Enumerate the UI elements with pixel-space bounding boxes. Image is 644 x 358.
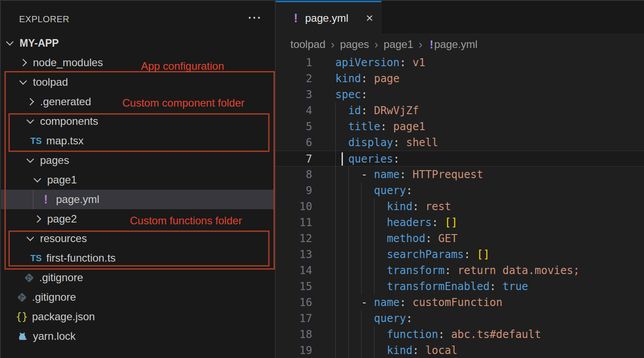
- tree-item-pages[interactable]: pages: [1, 151, 275, 170]
- code-text: function: abc.ts#default: [387, 326, 541, 342]
- warning-icon: !: [289, 12, 302, 25]
- code-text: query:: [374, 310, 413, 326]
- tree-item-map-tsx[interactable]: TSmap.tsx: [1, 131, 275, 151]
- tree-item-first-function-ts[interactable]: TSfirst-function.ts: [1, 248, 275, 268]
- indent-guide: [348, 326, 349, 342]
- tree-item-yarn-lock[interactable]: yarn.lock: [1, 326, 275, 346]
- tree-item-label: pages: [40, 154, 69, 167]
- code-line-15[interactable]: 15transformEnabled: true: [276, 278, 644, 294]
- code-line-4[interactable]: 4id: DRwVjZf: [276, 103, 644, 119]
- chevron-down-icon[interactable]: [34, 175, 41, 183]
- code-line-12[interactable]: 12method: GET: [276, 231, 644, 247]
- indent-guide: [335, 342, 336, 358]
- chevron-down-icon[interactable]: [27, 234, 34, 241]
- code-line-16[interactable]: 16- name: customFunction: [276, 294, 644, 310]
- indent-guide: [335, 183, 336, 199]
- breadcrumb-separator-icon: ›: [374, 38, 378, 52]
- indent-guide: [348, 167, 349, 183]
- code-text: - name: HTTPrequest: [361, 167, 483, 183]
- tree-item-label: .gitignore: [39, 271, 83, 284]
- tree-item-label: node_modules: [33, 56, 103, 69]
- tab-page-yml[interactable]: ! page.yml ×: [276, 1, 382, 34]
- code-line-14[interactable]: 14transform: return data.movies;: [276, 263, 644, 278]
- line-number: 4: [276, 103, 312, 119]
- chevron-right-icon[interactable]: [20, 59, 27, 67]
- tree-item-node-modules[interactable]: node_modules: [1, 53, 275, 72]
- indent-guide: [335, 263, 336, 278]
- breadcrumb-item-pages[interactable]: pages: [340, 38, 369, 51]
- tree-item-label: resources: [40, 232, 87, 245]
- tree-item-label: .gitignore: [32, 291, 76, 303]
- code-line-19[interactable]: 19kind: local: [276, 342, 644, 358]
- code-area[interactable]: 1apiVersion: v12kind: page3spec:4id: DRw…: [276, 55, 644, 358]
- indent-guide: [361, 326, 362, 342]
- tree-item-page1[interactable]: page1: [1, 170, 275, 190]
- indent-guide: [335, 247, 336, 263]
- code-line-3[interactable]: 3spec:: [276, 87, 644, 103]
- git-icon: [15, 291, 28, 303]
- code-line-7[interactable]: 7queries:: [276, 151, 644, 167]
- indent-guide: [374, 247, 374, 263]
- indent-guide: [335, 151, 336, 166]
- code-line-9[interactable]: 9query:: [276, 183, 644, 199]
- tree-item-toolpad[interactable]: toolpad: [1, 72, 275, 92]
- tree-item-label: package.json: [32, 310, 95, 323]
- tree-item--gitignore[interactable]: .gitignore: [1, 287, 275, 307]
- indent-guide: [348, 199, 349, 215]
- indent-guide: [361, 278, 362, 294]
- tree-item-label: toolpad: [33, 76, 68, 88]
- indent-guide: [335, 215, 336, 231]
- code-text: query:: [374, 183, 413, 199]
- code-line-1[interactable]: 1apiVersion: v1: [276, 55, 644, 71]
- chevron-down-icon[interactable]: [27, 155, 34, 163]
- indent-guide: [374, 215, 374, 231]
- chevron-down-icon[interactable]: [6, 38, 14, 46]
- tree-item-package-json[interactable]: {}package.json: [1, 307, 275, 326]
- explorer-sidebar: EXPLORER ⋯ MY-APPnode_modulestoolpad.gen…: [0, 1, 276, 358]
- tree-item-label: .generated: [40, 95, 91, 108]
- tab-label: page.yml: [305, 12, 362, 24]
- chevron-right-icon[interactable]: [34, 215, 41, 223]
- line-number: 16: [276, 294, 312, 310]
- close-icon[interactable]: ×: [366, 11, 373, 25]
- indent-guide: [348, 342, 349, 358]
- code-text: method: GET: [387, 231, 458, 247]
- chevron-right-icon[interactable]: [27, 98, 34, 106]
- indent-guide: [335, 135, 336, 151]
- tree-item-page-yml[interactable]: !page.yml: [1, 190, 275, 209]
- tree-item-page2[interactable]: page2: [1, 209, 275, 229]
- ellipsis-icon[interactable]: ⋯: [247, 9, 262, 26]
- line-number: 13: [276, 247, 312, 263]
- indent-guide: [335, 326, 336, 342]
- breadcrumb-item-file[interactable]: page.yml: [434, 38, 477, 51]
- warning-icon: !: [39, 193, 52, 207]
- indent-guide: [348, 231, 349, 247]
- indent-guide: [335, 119, 336, 135]
- chevron-down-icon[interactable]: [27, 116, 34, 124]
- tree-item-label: components: [40, 115, 98, 127]
- tree-item-root[interactable]: MY-APP: [1, 33, 275, 53]
- code-line-8[interactable]: 8- name: HTTPrequest: [276, 167, 644, 183]
- code-line-2[interactable]: 2kind: page: [276, 71, 644, 87]
- code-line-11[interactable]: 11headers: []: [276, 215, 644, 231]
- code-line-18[interactable]: 18function: abc.ts#default: [276, 326, 644, 342]
- breadcrumb-item-toolpad[interactable]: toolpad: [290, 38, 326, 51]
- code-text: kind: rest: [387, 199, 451, 215]
- code-line-5[interactable]: 5title: page1: [276, 119, 644, 135]
- indent-guide: [361, 263, 362, 278]
- code-text: transformEnabled: true: [387, 278, 528, 294]
- tree-item--generated[interactable]: .generated: [1, 92, 275, 111]
- indent-guide: [374, 199, 374, 215]
- code-line-10[interactable]: 10kind: rest: [276, 199, 644, 215]
- tree-item--gitignore[interactable]: .gitignore: [1, 268, 275, 287]
- code-line-17[interactable]: 17query:: [276, 310, 644, 326]
- tree-item-resources[interactable]: resources: [1, 229, 275, 248]
- tree-item-components[interactable]: components: [1, 111, 275, 131]
- code-line-6[interactable]: 6display: shell: [276, 135, 644, 151]
- indent-guide: [361, 231, 362, 247]
- breadcrumb-item-page1[interactable]: page1: [383, 38, 413, 51]
- yarn-cat-icon: [16, 330, 29, 342]
- chevron-down-icon[interactable]: [20, 77, 27, 85]
- indent-guide: [361, 215, 362, 231]
- code-line-13[interactable]: 13searchParams: []: [276, 247, 644, 263]
